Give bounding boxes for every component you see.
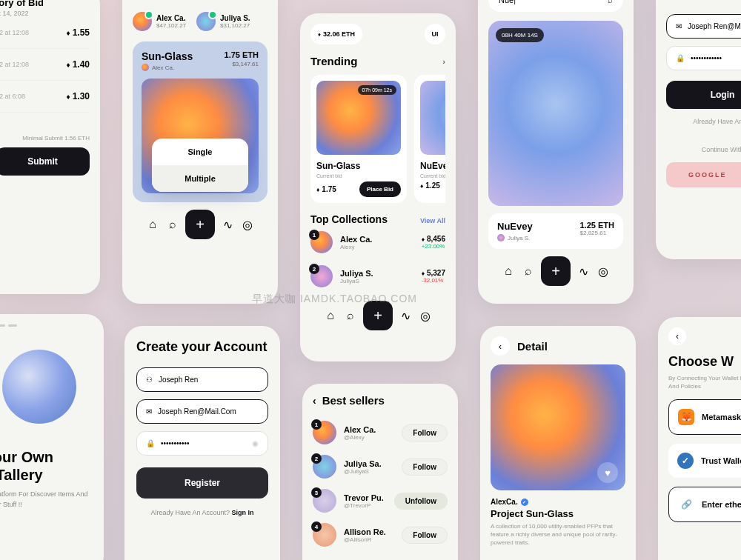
back-button[interactable]: ‹ [491,336,510,356]
login-heading: Account [666,0,741,4]
verified-icon [144,10,153,19]
collection-row[interactable]: 2 Juliya S.JuliyaS 5,327-32,01% [310,259,445,293]
choose-wallet-screen: ‹ Choose W By Connecting Your Wallet Pri… [658,317,741,560]
top-collections-heading: Top Collections [310,213,388,225]
eth-icon: 1.55 [66,27,90,38]
bottom-nav: ⌂ ⌕ + ∿ ◎ [133,202,268,247]
profile-icon[interactable]: ◎ [597,264,610,278]
email-field[interactable]: ✉Joseph Ren@Mail.Com [136,399,268,424]
search-icon[interactable]: ⌕ [522,264,535,278]
home-icon[interactable]: ⌂ [146,218,159,231]
eye-icon[interactable]: ◉ [252,439,259,447]
already-have-account[interactable]: Already Have An Ac [666,118,741,125]
author-label[interactable]: AlexCa.✓ [491,498,625,506]
add-button[interactable]: + [541,256,571,286]
trending-card[interactable]: 07h 09m 12s Sun-Glass Current bid 1.75Pl… [310,75,407,203]
nft-image: 07h 09m 12s [316,81,401,155]
bid-row: 22 at 12:081.55 [0,17,90,49]
search-icon[interactable]: ⌕ [166,218,179,231]
password-field[interactable]: 🔒•••••••••••• [666,46,741,70]
ui-badge[interactable]: UI [425,24,445,44]
login-screen: Account ✉Joseph Ren@Mail.C 🔒••••••••••••… [656,0,741,259]
wallet-trust[interactable]: ✓Trust Wallet [668,444,741,478]
nft-image [420,81,445,155]
google-button[interactable]: GOOGLE [666,162,741,187]
metamask-icon: 🦊 [678,409,694,425]
register-button[interactable]: Register [136,467,268,499]
seller-item[interactable]: 2Juliya Sa.@JuliyaSFollow [313,450,448,484]
nft-card[interactable]: 08H 40M 14S [488,21,623,206]
choose-wallet-desc: By Connecting Your Wallet Privacy Terms … [668,374,741,390]
follow-button[interactable]: Follow [402,527,448,544]
search-icon[interactable]: ⌕ [344,309,357,322]
add-button[interactable]: + [185,210,215,239]
avatar: 1 [310,231,333,253]
lock-icon: 🔒 [676,54,685,62]
project-title: Project Sun-Glass [491,508,625,519]
profile-icon[interactable]: ◎ [419,309,432,322]
avatar [196,12,216,31]
hero-image [0,331,93,442]
search-input[interactable]: Nue|⌕ [488,0,623,12]
onboarding-desc: at Platform For Discover Items And Other… [0,490,93,510]
unfollow-button[interactable]: Unfollow [394,493,448,510]
mail-icon: ✉ [676,22,682,30]
view-all-link[interactable]: View All [420,217,445,224]
seller-item[interactable]: 4Allison Re.@AllisonRFollow [313,518,448,552]
back-icon[interactable]: ‹ [313,395,316,407]
chevron-right-icon[interactable]: › [442,57,445,66]
choose-wallet-heading: Choose W [668,354,741,370]
avatar: 1 [313,421,336,444]
login-button[interactable]: Login [666,81,741,109]
avatar [133,12,152,31]
heart-icon[interactable]: ♥ [597,462,618,483]
activity-icon[interactable]: ∿ [221,218,234,231]
eth-icon: 1.30 [66,91,90,101]
seller-item[interactable]: 1Alex Ca.@AlexyFollow [313,416,448,450]
avatar: 3 [313,489,336,513]
best-sellers-heading: Best Sellers [133,0,268,3]
bottom-nav: ⌂ ⌕ + ∿ ◎ [488,249,623,293]
email-field[interactable]: ✉Joseph Ren@Mail.C [666,14,741,39]
best-sellers-heading: ‹Best sellers [313,394,448,407]
submit-button[interactable]: Submit [0,147,90,176]
activity-icon[interactable]: ∿ [576,264,590,278]
collection-row[interactable]: 1 Alex Ca.Alexy 8,456+23.00% [310,225,445,259]
continue-with-label: Continue With [666,146,741,153]
person-icon: ⚇ [146,376,153,384]
watermark: 早道大咖 IAMDK.TAOBAO.COM [252,293,417,306]
mail-icon: ✉ [146,407,152,416]
bid-history-screen: tory of Bid ct 14, 2022 22 at 12:081.55 … [0,0,100,294]
trending-heading: Trending› [310,55,445,67]
password-field[interactable]: 🔒•••••••••••◉ [136,431,268,456]
seller-item[interactable]: Juliya S.$31,102.27 [196,12,250,31]
follow-button[interactable]: Follow [402,459,448,476]
avatar [497,234,505,241]
lock-icon: 🔒 [146,439,155,447]
follow-button[interactable]: Follow [402,424,448,441]
onboarding-screen: Your Own GTallery at Platform For Discov… [0,314,104,560]
detail-heading: Detail [517,340,548,353]
name-field[interactable]: ⚇Joseph Ren [136,367,268,392]
ethereum-address-input[interactable]: 🔗Enter ethereun [668,487,741,522]
activity-icon[interactable]: ∿ [399,309,412,322]
verified-icon [208,10,217,19]
search-nft-screen: Nue|⌕ 08H 40M 14S NuEveyJuliya S. 1.25 E… [478,0,634,304]
trending-card[interactable]: NuEvey Current bid 1.25 [414,75,445,203]
place-bid-button[interactable]: Place Bid [359,181,401,197]
trust-wallet-icon: ✓ [677,453,694,469]
seller-item[interactable]: 3Trevor Pu.@TrevorPUnfollow [313,484,448,518]
balance-badge[interactable]: 32.06 ETH [310,24,362,44]
best-sellers-list-screen: ‹Best sellers 1Alex Ca.@AlexyFollow 2Jul… [302,384,458,560]
seller-item[interactable]: Alex Ca.$47,102.27 [133,12,186,31]
wallet-metamask[interactable]: 🦊Metamask› [668,399,741,435]
back-button[interactable]: ‹ [668,327,686,345]
profile-icon[interactable]: ◎ [241,218,254,231]
popup-multiple[interactable]: Multiple [152,165,248,192]
home-icon[interactable]: ⌂ [324,309,337,322]
popup-single[interactable]: Single [152,139,248,165]
already-have-account[interactable]: Already Have An Account? Sign In [136,509,268,516]
search-icon: ⌕ [608,0,613,4]
featured-card[interactable]: Sun-GlassAlex Ca. 1.75 ETH$3,147.61 Sing… [133,41,268,202]
home-icon[interactable]: ⌂ [502,264,515,278]
